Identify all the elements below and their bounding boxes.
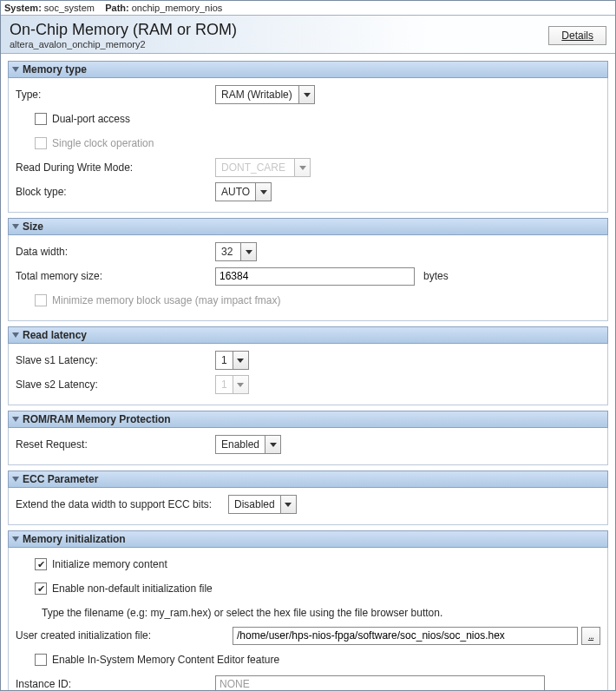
collapse-icon: [12, 536, 19, 542]
collapse-icon: [12, 224, 19, 229]
chevron-down-icon: [265, 436, 280, 453]
page-subtitle: altera_avalon_onchip_memory2: [10, 39, 237, 49]
page-title: On-Chip Memory (RAM or ROM): [10, 21, 237, 39]
block-type-label: Block type:: [16, 186, 215, 198]
collapse-icon: [12, 332, 19, 338]
chevron-down-icon: [255, 183, 271, 201]
ecc-extend-label: Extend the data width to support ECC bit…: [16, 498, 228, 510]
slave-s1-select[interactable]: 1: [215, 351, 249, 370]
user-file-input[interactable]: [233, 627, 578, 645]
insystem-editor-label: Enable In-System Memory Content Editor f…: [52, 654, 279, 666]
total-memory-input[interactable]: [215, 267, 415, 286]
dual-port-checkbox[interactable]: [35, 113, 47, 125]
chevron-down-icon: [233, 376, 248, 393]
section-header-memory-init[interactable]: Memory initialization: [8, 530, 608, 548]
type-label: Type:: [16, 89, 215, 101]
block-type-select[interactable]: AUTO: [215, 182, 272, 201]
nondefault-file-checkbox[interactable]: [35, 582, 47, 595]
instance-id-input: [215, 675, 545, 691]
ecc-extend-select[interactable]: Disabled: [228, 495, 297, 514]
chevron-down-icon: [233, 352, 248, 369]
init-content-label: Initialize memory content: [52, 558, 167, 570]
chevron-down-icon: [294, 159, 310, 176]
reset-request-select[interactable]: Enabled: [215, 435, 281, 454]
single-clock-checkbox: [35, 137, 47, 149]
chevron-down-icon: [280, 496, 296, 513]
data-width-label: Data width:: [16, 246, 215, 258]
read-during-write-label: Read During Write Mode:: [16, 161, 215, 174]
section-header-ecc[interactable]: ECC Parameter: [8, 471, 608, 488]
type-select[interactable]: RAM (Writable): [215, 85, 315, 104]
total-memory-label: Total memory size:: [16, 270, 215, 282]
slave-s1-label: Slave s1 Latency:: [16, 354, 215, 366]
chevron-down-icon: [298, 86, 314, 103]
browse-button[interactable]: ...: [581, 627, 600, 645]
section-header-memory-protection[interactable]: ROM/RAM Memory Protection: [8, 411, 608, 428]
details-button[interactable]: Details: [548, 26, 606, 45]
slave-s2-label: Slave s2 Latency:: [16, 378, 215, 391]
dual-port-label: Dual-port access: [52, 113, 130, 125]
init-content-checkbox[interactable]: [35, 558, 47, 570]
collapse-icon: [12, 417, 19, 422]
filename-hint: Type the filename (e.g: my_ram.hex) or s…: [16, 602, 600, 624]
minimize-block-label: Minimize memory block usage (may impact …: [52, 294, 280, 306]
instance-id-label: Instance ID:: [16, 678, 215, 690]
section-header-memory-type[interactable]: Memory type: [8, 61, 608, 78]
total-memory-unit: bytes: [415, 270, 449, 282]
section-header-size[interactable]: Size: [8, 218, 608, 235]
data-width-select[interactable]: 32: [215, 242, 257, 261]
title-bar: On-Chip Memory (RAM or ROM) altera_avalo…: [1, 15, 615, 54]
collapse-icon: [12, 477, 19, 482]
minimize-block-checkbox: [35, 294, 47, 306]
user-file-label: User created initialization file:: [16, 629, 233, 642]
collapse-icon: [12, 67, 19, 72]
section-header-read-latency[interactable]: Read latency: [8, 326, 608, 344]
chevron-down-icon: [240, 243, 256, 260]
read-during-write-select: DONT_CARE: [215, 158, 311, 177]
slave-s2-select: 1: [215, 375, 249, 394]
system-path-bar: System: soc_system Path: onchip_memory_n…: [1, 1, 615, 15]
nondefault-file-label: Enable non-default initialization file: [52, 582, 213, 595]
reset-request-label: Reset Request:: [16, 438, 215, 451]
single-clock-label: Single clock operation: [52, 137, 154, 149]
insystem-editor-checkbox[interactable]: [35, 654, 47, 666]
